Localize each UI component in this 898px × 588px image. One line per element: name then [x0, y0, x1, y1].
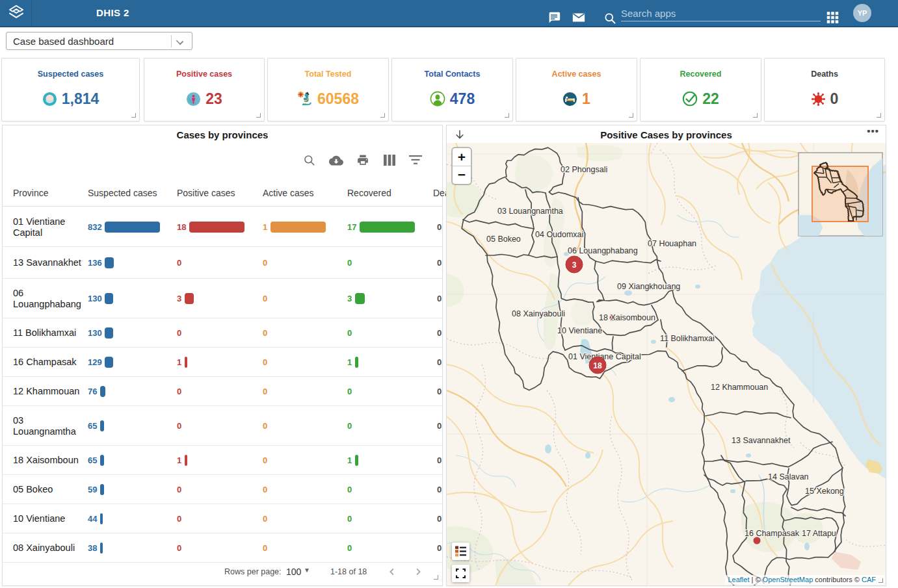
svg-text:16 Champasak: 16 Champasak — [745, 529, 800, 538]
svg-text:04 Oudomxai: 04 Oudomxai — [535, 230, 583, 239]
svg-text:10 Vientiane: 10 Vientiane — [557, 326, 602, 335]
svg-text:14 Salavan: 14 Salavan — [768, 472, 809, 481]
svg-text:17 Attapu: 17 Attapu — [802, 529, 836, 538]
svg-text:15 Xekong: 15 Xekong — [805, 487, 844, 496]
svg-text:08 Xainyabouli: 08 Xainyabouli — [512, 309, 565, 318]
svg-text:18 Xaisomboun: 18 Xaisomboun — [599, 313, 655, 322]
svg-text:05 Bokeo: 05 Bokeo — [486, 235, 521, 244]
svg-text:13 Savannakhet: 13 Savannakhet — [732, 436, 791, 445]
svg-text:02 Phongsali: 02 Phongsali — [561, 165, 607, 174]
svg-text:12 Khammouan: 12 Khammouan — [711, 383, 768, 392]
svg-text:03 Louangnamtha: 03 Louangnamtha — [497, 207, 563, 216]
svg-text:01 Vientiane Capital: 01 Vientiane Capital — [568, 352, 641, 361]
svg-text:18: 18 — [593, 361, 602, 370]
svg-text:07 Houaphan: 07 Houaphan — [648, 239, 696, 248]
svg-text:09 Xiangkhouang: 09 Xiangkhouang — [617, 282, 680, 291]
svg-text:11 Bolikhamxai: 11 Bolikhamxai — [660, 334, 715, 343]
svg-text:3: 3 — [572, 261, 577, 270]
svg-text:06 Louangphabang: 06 Louangphabang — [568, 246, 638, 255]
